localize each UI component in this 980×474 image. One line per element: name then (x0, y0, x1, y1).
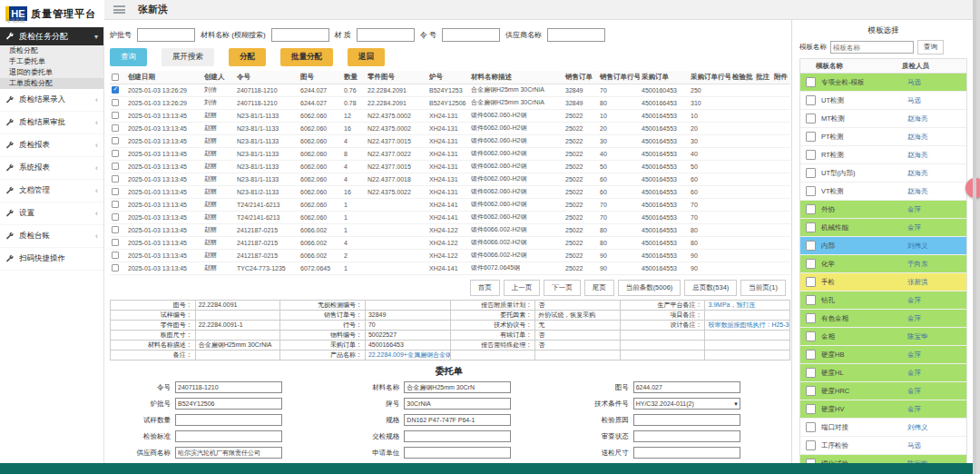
inspector-name[interactable]: 赵海亮 (907, 151, 928, 160)
template-checkbox[interactable] (806, 259, 816, 269)
pager-button[interactable]: 总页数(534) (684, 280, 737, 296)
inspector-name[interactable]: 陈宝华 (907, 332, 928, 341)
template-row[interactable]: 硬度HRC金萍 (800, 382, 966, 400)
filter-input[interactable] (271, 28, 329, 42)
row-checkbox[interactable] (112, 150, 119, 157)
panel-search-button[interactable]: 查询 (917, 40, 944, 54)
row-checkbox[interactable] (112, 124, 119, 132)
pager-button[interactable]: 当前页(1) (740, 280, 786, 296)
template-checkbox[interactable] (806, 386, 816, 396)
row-checkbox[interactable] (112, 239, 119, 246)
table-row[interactable]: 2025-01-03 13:13:45赵丽N23-81/1-11336062.0… (110, 160, 790, 173)
template-row[interactable]: 手检张新洪 (800, 273, 966, 291)
table-row[interactable]: 2025-01-03 13:13:45赵丽N23-81/1-11336062.0… (110, 173, 790, 185)
table-row[interactable]: 2025-01-03 13:13:45赵丽N23-81/1-11336062.0… (110, 109, 790, 122)
inspector-name[interactable]: 马远 (907, 441, 921, 450)
row-checkbox[interactable] (112, 188, 119, 195)
sidebar-item[interactable]: 质检结果审批‹ (0, 112, 103, 134)
select-all-checkbox[interactable] (112, 74, 119, 81)
template-checkbox[interactable] (806, 331, 816, 341)
inspector-name[interactable]: 金萍 (907, 205, 921, 214)
template-checkbox[interactable] (806, 295, 816, 305)
toolbar-button[interactable]: 分配 (229, 48, 266, 66)
sidebar-subitem[interactable]: 工单质检分配 (0, 78, 103, 89)
inspector-name[interactable]: 金萍 (907, 314, 921, 323)
template-checkbox[interactable] (806, 404, 816, 414)
row-checkbox[interactable] (112, 99, 119, 106)
template-row[interactable]: 硬度HB金萍 (800, 346, 966, 364)
sidebar-item[interactable]: 设置‹ (0, 202, 103, 225)
row-checkbox[interactable] (112, 201, 119, 208)
order-link-cell[interactable]: 2412187-0215 (235, 223, 299, 236)
inspector-name[interactable]: 金萍 (907, 223, 921, 232)
table-row[interactable]: 2025-01-03 13:13:45赵丽2412187-02156066.00… (110, 223, 790, 236)
form-input[interactable] (633, 381, 740, 393)
table-row[interactable]: 2025-01-03 13:26:29刘倩2407118-12106244.02… (110, 84, 790, 96)
template-checkbox[interactable] (806, 114, 816, 123)
table-row[interactable]: 2025-01-03 13:13:45赵丽T24/2141-62136062.0… (110, 198, 790, 211)
tech-condition-select[interactable]: HY/C32.2024-011(2)▾ (633, 398, 740, 410)
filter-input[interactable] (442, 28, 500, 42)
template-row[interactable]: MT检测赵海亮 (800, 110, 966, 128)
template-checkbox[interactable] (806, 350, 816, 360)
row-checkbox[interactable] (112, 226, 119, 233)
inspector-name[interactable]: 于向东 (907, 260, 928, 269)
inspector-name[interactable]: 马远 (907, 78, 921, 87)
form-input[interactable] (175, 447, 282, 459)
table-row[interactable]: 2025-01-03 13:26:29刘倩2407118-12106244.02… (110, 96, 790, 109)
template-row[interactable]: 内部刘伟义 (800, 237, 966, 255)
template-checkbox[interactable] (806, 132, 816, 142)
inspector-name[interactable]: 赵海亮 (907, 169, 928, 178)
template-row[interactable]: UT型(内部)赵海亮 (800, 164, 966, 183)
sidebar-item[interactable]: 扫码快捷操作 (0, 248, 103, 271)
panel-search-input[interactable] (830, 41, 914, 54)
order-link-cell[interactable]: TYC24-773-1235 (235, 262, 299, 274)
template-checkbox[interactable] (806, 186, 816, 196)
row-checkbox[interactable] (112, 137, 119, 144)
table-row[interactable]: 2025-01-03 13:13:45赵丽2412187-02156066.00… (110, 236, 790, 249)
table-row[interactable]: 2025-01-03 13:13:45赵丽N23-81/2-11336062.0… (110, 185, 790, 198)
template-row[interactable]: 有色金相金萍 (800, 310, 966, 328)
template-checkbox[interactable] (806, 313, 816, 323)
form-input[interactable] (175, 430, 282, 442)
form-input[interactable] (633, 430, 740, 442)
template-row[interactable]: 端口对接刘伟义 (800, 419, 966, 437)
order-link-cell[interactable]: 2407118-1210 (235, 96, 299, 109)
inspector-name[interactable]: 赵海亮 (907, 187, 928, 196)
template-checkbox[interactable] (806, 368, 816, 378)
order-link-cell[interactable]: N23-81/1-1133 (235, 122, 299, 134)
form-input[interactable] (175, 381, 282, 393)
pager-button[interactable]: 上一页 (504, 280, 541, 296)
order-link-cell[interactable]: T24/2141-6213 (235, 211, 299, 223)
toolbar-button[interactable]: 退回 (348, 48, 385, 66)
sidebar-item[interactable]: 质检报表‹ (0, 134, 103, 157)
template-row[interactable]: RT检测赵海亮 (800, 146, 966, 164)
pager-button[interactable]: 下一页 (544, 280, 581, 296)
table-row[interactable]: 2025-01-03 13:13:45赵丽2412187-02156066.00… (110, 249, 790, 262)
form-input[interactable] (633, 414, 740, 426)
order-link-cell[interactable]: 2412187-0215 (235, 236, 299, 249)
table-row[interactable]: 2025-01-03 13:13:45赵丽N23-81/1-11336062.0… (110, 122, 790, 134)
sidebar-subitem[interactable]: 质检分配 (0, 45, 103, 56)
pager-button[interactable]: 首页 (470, 280, 500, 296)
row-checkbox[interactable] (112, 163, 119, 170)
inspector-name[interactable]: 刘伟义 (907, 423, 928, 432)
inspector-name[interactable]: 金萍 (907, 351, 921, 360)
order-link-cell[interactable]: N23-81/1-1133 (235, 109, 299, 122)
template-row[interactable]: UT检测马远 (800, 92, 966, 110)
order-link-cell[interactable]: N23-81/1-1133 (235, 160, 299, 173)
table-row[interactable]: 2025-01-03 13:13:45赵丽N23-81/1-11336062.0… (110, 134, 790, 147)
form-input[interactable] (404, 430, 511, 442)
filter-input[interactable] (547, 28, 605, 42)
inspector-name[interactable]: 张新洪 (907, 278, 928, 287)
toolbar-button[interactable]: 展开搜索 (162, 48, 214, 66)
order-link-cell[interactable]: N23-81/1-1133 (235, 173, 299, 185)
inspector-name[interactable]: 金萍 (907, 369, 921, 378)
row-checkbox[interactable] (112, 252, 119, 259)
form-input[interactable] (404, 398, 511, 410)
form-input[interactable] (404, 414, 511, 426)
template-row[interactable]: 外协金萍 (800, 201, 966, 219)
table-row[interactable]: 2025-01-03 13:13:45赵丽TYC24-773-12356072.… (110, 262, 790, 274)
sidebar-item[interactable]: 系统报表‹ (0, 157, 103, 180)
order-link-cell[interactable]: N23-81/2-1133 (235, 185, 299, 198)
